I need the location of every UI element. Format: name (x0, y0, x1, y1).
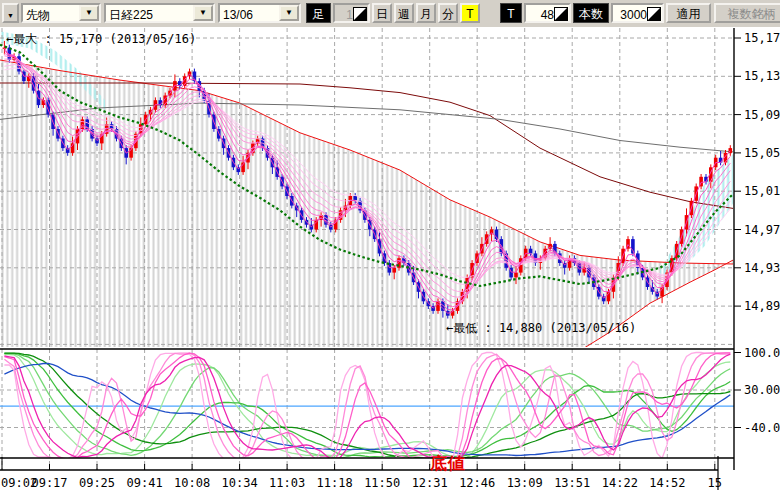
price-axis-label: 15,095 (744, 108, 780, 122)
price-axis-label: 14,975 (744, 223, 780, 237)
time-axis-label: 13:51 (554, 476, 590, 490)
instrument-select[interactable]: 先物 ▼ (21, 3, 101, 23)
time-axis-label: 15 (708, 476, 722, 490)
chevron-down-icon: ▼ (7, 12, 14, 19)
price-axis-label: 15,175 (744, 31, 780, 45)
time-axis-label: 13:09 (507, 476, 543, 490)
ashi-toggle-button[interactable]: 足 (306, 3, 331, 23)
time-axis-label: 10:34 (222, 476, 258, 490)
time-axis-label: 11:03 (269, 476, 305, 490)
ashi-interval-stepper[interactable]: 1 (333, 3, 370, 23)
min-price-annotation: ←最低 : 14,880 (2013/05/16) (446, 320, 636, 337)
chart-canvas[interactable]: 15,17515,13515,09515,05515,01514,97514,9… (0, 27, 780, 500)
price-axis-label: 14,895 (744, 299, 780, 313)
ashi-interval-value: 1 (346, 7, 353, 23)
price-axis-label: 15,135 (744, 69, 780, 83)
chevron-down-icon[interactable]: ▼ (193, 5, 213, 21)
period-day-button[interactable]: 日 (372, 3, 392, 23)
spinner-icon[interactable] (647, 7, 661, 21)
tick-count-label: T (500, 3, 522, 23)
tick-count-value: 48 (541, 7, 554, 23)
time-axis-label: 10:08 (174, 476, 210, 490)
time-axis-label: 14:22 (602, 476, 638, 490)
chevron-down-icon[interactable]: ▼ (279, 5, 299, 21)
price-axis-label: 15,015 (744, 184, 780, 198)
bar-count-value: 3000 (620, 7, 647, 23)
time-axis-label: 11:18 (317, 476, 353, 490)
mini-dropdown-button[interactable]: ▼ (2, 3, 19, 23)
chart-application-window: ▼ 先物 ▼ 日経225 ▼ 13/06 ▼ 足 1 日 週 月 分 T T 4… (0, 0, 780, 500)
time-axis-label: 09:25 (79, 476, 115, 490)
price-axis-label: 14,935 (744, 261, 780, 275)
symbol-value: 日経225 (109, 7, 195, 23)
price-axis-label: 15,055 (744, 146, 780, 160)
spinner-icon[interactable] (353, 7, 367, 21)
oscillator-axis-label: 30.00 (744, 383, 780, 397)
max-price-annotation: ←最大 : 15,170 (2013/05/16) (6, 31, 196, 48)
period-tick-button[interactable]: T (460, 3, 480, 23)
time-axis-label: 11:50 (364, 476, 400, 490)
bar-count-label: 本数 (573, 3, 609, 23)
spinner-icon[interactable] (554, 7, 568, 21)
contract-month-select[interactable]: 13/06 ▼ (218, 3, 301, 23)
tick-count-stepper[interactable]: 48 (524, 3, 571, 23)
time-axis-label: 12:31 (412, 476, 448, 490)
toolbar: ▼ 先物 ▼ 日経225 ▼ 13/06 ▼ 足 1 日 週 月 分 T T 4… (0, 0, 780, 27)
apply-button[interactable]: 適用 (666, 3, 711, 23)
bottom-signal-label: 底値 (430, 452, 466, 475)
symbol-select[interactable]: 日経225 ▼ (104, 3, 215, 23)
instrument-value: 先物 (26, 7, 81, 23)
oscillator-axis-label: -40.00 (744, 421, 780, 435)
oscillator-axis-label: 100.00 (744, 346, 780, 360)
time-axis-label: 12:46 (459, 476, 495, 490)
time-axis-label: 14:52 (649, 476, 685, 490)
multi-symbol-button: 複数銘柄 (714, 3, 780, 23)
time-axis-label: 09:41 (127, 476, 163, 490)
time-axis-label: 09:17 (31, 476, 67, 490)
period-month-button[interactable]: 月 (416, 3, 436, 23)
period-minute-button[interactable]: 分 (438, 3, 458, 23)
contract-value: 13/06 (223, 7, 281, 23)
chevron-down-icon[interactable]: ▼ (79, 5, 99, 21)
bar-count-stepper[interactable]: 3000 (611, 3, 664, 23)
period-week-button[interactable]: 週 (394, 3, 414, 23)
